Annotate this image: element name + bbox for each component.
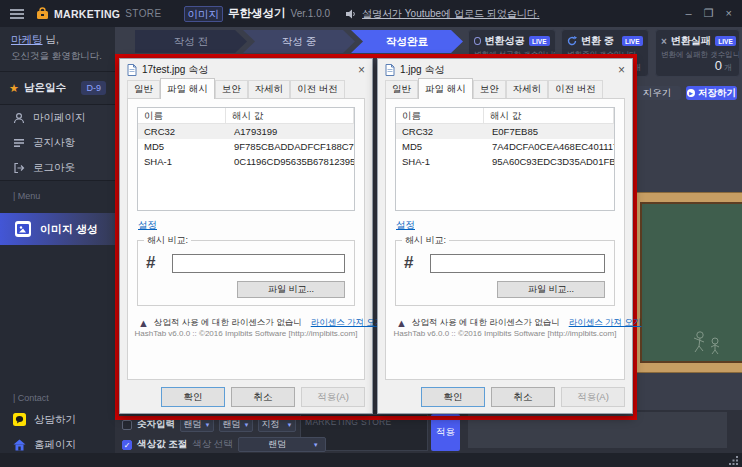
username-link[interactable]: 마케팅 <box>11 33 43 45</box>
contact-section-label: | Contact <box>0 383 115 407</box>
chevron-down-icon: ▼ <box>287 422 293 428</box>
hamburger-menu-icon[interactable] <box>10 9 24 19</box>
kakao-icon <box>13 413 26 426</box>
tab-details[interactable]: 자세히 <box>506 80 549 99</box>
tab-security[interactable]: 보안 <box>215 80 248 99</box>
notice-area: 설명서가 Youtube에 업로드 되었습니다. <box>346 7 539 21</box>
license-text: 상업적 사용 에 대한 라이센스가 없습니 <box>412 317 560 329</box>
tab-file-hashes[interactable]: 파일 해시 <box>160 78 215 99</box>
properties-dialog-2: 1.jpg 속성 × 일반 파일 해시 보안 자세히 이전 버전 이름 해시 값… <box>377 58 633 414</box>
tab-file-hashes[interactable]: 파일 해시 <box>418 78 473 99</box>
chalkboard-graphic <box>631 193 742 372</box>
hash-compare-input[interactable] <box>430 254 605 273</box>
app-title: 이미지 무한생성기 Ver.1.0.0 <box>184 6 330 22</box>
save-button[interactable]: ▶ 저장하기 <box>686 86 737 100</box>
brand-logo: MARKETING STORE <box>36 7 162 20</box>
column-header-name[interactable]: 이름 <box>138 108 226 123</box>
tab-general[interactable]: 일반 <box>385 80 418 99</box>
warning-icon: ▲ <box>138 318 149 329</box>
sidebar-item-mypage[interactable]: 마이페이지 <box>0 105 115 130</box>
column-header-value[interactable]: 해시 값 <box>484 108 614 123</box>
color-select-label: 색상 선택 <box>192 438 233 451</box>
hash-icon: # <box>404 253 413 273</box>
close-icon[interactable]: × <box>618 64 625 76</box>
close-icon[interactable]: × <box>358 64 365 76</box>
apply-button-disabled[interactable]: 적용(A) <box>301 387 365 407</box>
random-dropdown-2[interactable]: 랜덤▼ <box>219 417 253 432</box>
hashtab-footer: HashTab v6.0.0 :: ©2016 Implbits Softwar… <box>386 329 624 338</box>
file-icon <box>385 64 395 76</box>
tab-general[interactable]: 일반 <box>127 80 160 99</box>
tab-security[interactable]: 보안 <box>473 80 506 99</box>
clear-button[interactable]: 지우기 <box>633 86 681 100</box>
color-adjust-checkbox[interactable]: ✓ <box>122 440 132 450</box>
greeting-suffix: 님, <box>43 33 59 45</box>
dialog-title: 17test.jpg 속성 <box>142 63 208 77</box>
sidebar-item-label: 홈페이지 <box>34 438 76 452</box>
window-controls: – ❐ × <box>686 8 732 19</box>
hash-row-sha1[interactable]: SHA-1 0C1196CD95635B678123956B796558... <box>138 154 354 169</box>
sidebar-item-consult[interactable]: 상담하기 <box>0 407 115 432</box>
number-input-row: 숫자입력 랜덤▼ 랜덤▼ 지정▼ <box>122 417 296 432</box>
chevron-down-icon: ▼ <box>313 442 319 448</box>
tab-details[interactable]: 자세히 <box>248 80 291 99</box>
hash-row-sha1[interactable]: SHA-1 95A60C93EDC3D35AD01FBFC22A26... <box>396 154 614 169</box>
status-label: 변환성공 <box>485 34 525 48</box>
status-unit: 개 <box>633 62 641 73</box>
logout-icon <box>13 162 25 174</box>
resize-grip[interactable] <box>729 456 738 465</box>
tab-previous-versions[interactable]: 이전 버전 <box>548 80 603 99</box>
restore-button[interactable]: ❐ <box>704 8 714 19</box>
save-label: 저장하기 <box>698 87 736 100</box>
brand-name: MARKETING <box>54 8 120 20</box>
hash-compare-input[interactable] <box>172 254 345 273</box>
column-header-name[interactable]: 이름 <box>396 108 484 123</box>
cancel-button[interactable]: 취소 <box>491 387 555 407</box>
image-icon <box>15 221 31 237</box>
cancel-button[interactable]: 취소 <box>231 387 295 407</box>
notice-link[interactable]: 설명서가 Youtube에 업로드 되었습니다. <box>362 7 539 21</box>
license-link[interactable]: 라이센스 가져 오기 <box>311 317 384 329</box>
license-row: ▲ 상업적 사용 에 대한 라이센스가 없습니 라이센스 가져 오기 <box>138 317 358 329</box>
hashtab-footer: HashTab v6.0.0 :: ©2016 Implbits Softwar… <box>128 329 364 338</box>
file-compare-button[interactable]: 파일 비교... <box>237 281 345 298</box>
ok-button[interactable]: 확인 <box>421 387 485 407</box>
hash-compare-group: 해시 비교: # 파일 비교... <box>395 240 615 306</box>
color-random-dropdown[interactable]: 랜덤▼ <box>238 437 326 452</box>
hash-row-crc32[interactable]: CRC32 A1793199 <box>138 124 354 139</box>
sidebar-item-image-generate[interactable]: 이미지 생성 <box>0 213 115 245</box>
ok-button[interactable]: 확인 <box>161 387 225 407</box>
dialog-titlebar: 17test.jpg 속성 × <box>120 59 372 80</box>
column-header-value[interactable]: 해시 값 <box>226 108 354 123</box>
apply-button-disabled[interactable]: 적용(A) <box>561 387 625 407</box>
chevron-down-icon: ▼ <box>205 422 211 428</box>
menu-section-label: | Menu <box>0 181 115 205</box>
file-compare-button[interactable]: 파일 비교... <box>497 281 605 298</box>
license-link[interactable]: 라이센스 가져 오기 <box>569 317 642 329</box>
status-label: 변환실패 <box>671 34 711 48</box>
hash-row-md5[interactable]: MD5 9F785CBADDADFCF188C75A63CDA8... <box>138 139 354 154</box>
close-button[interactable]: × <box>726 8 732 19</box>
sidebar-item-label: 이미지 생성 <box>40 222 98 237</box>
warning-icon: ▲ <box>396 318 407 329</box>
hash-row-crc32[interactable]: CRC32 E0F7EB85 <box>396 124 614 139</box>
color-adjust-label: 색상값 조절 <box>137 438 187 451</box>
sidebar-item-logout[interactable]: 로그아웃 <box>0 155 115 180</box>
color-adjust-row: ✓ 색상값 조절 색상 선택 랜덤▼ <box>122 437 326 452</box>
hash-icon: # <box>146 253 155 273</box>
minimize-button[interactable]: – <box>686 8 692 19</box>
bottom-statusbar <box>0 453 742 467</box>
random-dropdown-1[interactable]: 랜덤▼ <box>180 417 214 432</box>
settings-link[interactable]: 설정 <box>396 219 415 232</box>
hash-list: 이름 해시 값 CRC32 E0F7EB85 MD5 7A4DCFA0CEA46… <box>395 107 615 211</box>
group-label: 해시 비교: <box>144 234 191 247</box>
number-input-checkbox[interactable] <box>122 420 132 430</box>
hash-row-md5[interactable]: MD5 7A4DCFA0CEA468EC401117AE9521D... <box>396 139 614 154</box>
settings-link[interactable]: 설정 <box>138 219 157 232</box>
tab-previous-versions[interactable]: 이전 버전 <box>290 80 345 99</box>
sidebar-item-notice[interactable]: 공지사항 <box>0 130 115 155</box>
app-title-name: 무한생성기 <box>228 6 286 21</box>
circle-status-icon <box>474 37 481 45</box>
apply-button[interactable]: 적용 <box>431 414 460 451</box>
designate-dropdown[interactable]: 지정▼ <box>258 417 296 432</box>
